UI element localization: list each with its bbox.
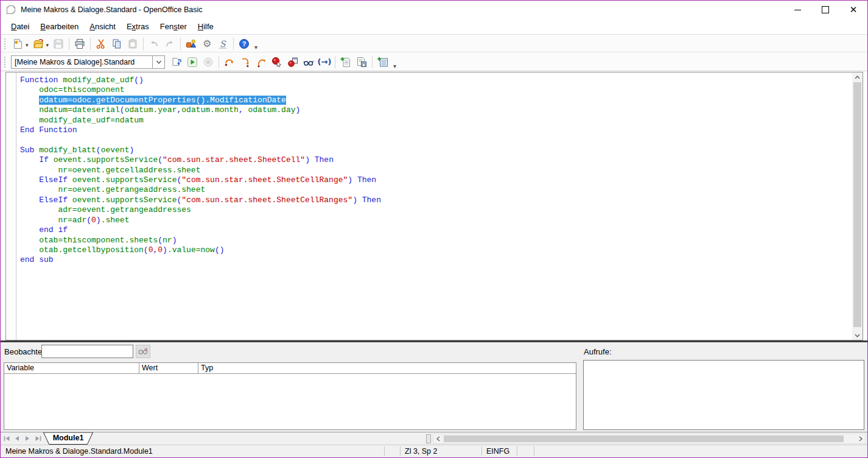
library-combobox[interactable]: [Meine Makros & Dialoge].Standard [11,55,165,69]
panel-divider[interactable] [578,342,579,432]
help-button[interactable]: ? [237,37,251,51]
maximize-icon [822,6,829,13]
code-area[interactable]: Function modify_date_udf() odoc=thiscomp… [16,72,852,340]
stop-button[interactable] [201,55,215,69]
paste-button[interactable] [125,37,140,51]
previous-tab-button[interactable] [12,434,22,443]
toggle-breakpoint-button[interactable] [270,55,284,69]
enable-watch-button[interactable] [301,55,316,69]
tab-module1[interactable]: Module1 [43,432,93,445]
manage-breakpoints-icon [287,57,298,68]
code-line[interactable]: ElseIf oevent.supportsService("com.sun.s… [20,196,852,205]
code-line[interactable]: ndatum=dateserial(odatum.year,odatum.mon… [20,105,852,115]
step-over-button[interactable] [222,55,237,69]
insert-module-button[interactable] [376,55,390,69]
insert-source-text-button[interactable] [338,55,353,69]
vertical-scroll-thumb[interactable] [853,82,861,327]
run-button[interactable] [185,55,200,69]
macros-button[interactable]: S [215,37,230,51]
toolbar-separator [335,56,335,68]
watch-column-variable[interactable]: Variable [4,363,139,373]
redo-button[interactable] [163,37,177,51]
scroll-down-button[interactable] [852,331,863,340]
new-document-button[interactable] [10,37,25,51]
code-line[interactable]: End Function [20,125,852,135]
library-combobox-value[interactable]: [Meine Makros & Dialoge].Standard [11,55,152,69]
step-out-button[interactable] [254,55,268,69]
options-button[interactable]: ⚙ [200,37,214,51]
undo-button[interactable] [147,37,161,51]
step-into-button[interactable] [238,55,253,69]
remove-watch-button[interactable] [136,345,150,358]
toolbar-grip[interactable] [4,38,7,49]
code-line[interactable]: end if [20,225,852,235]
toolbar-overflow-button[interactable]: ▾ [254,44,257,52]
watch-table-header[interactable]: VariableWertTyp [4,363,576,374]
save-source-button[interactable] [354,55,369,69]
code-line[interactable]: end sub [20,255,852,265]
code-line[interactable]: adr=oevent.getrangeaddresses [20,205,852,215]
redo-icon [164,38,175,49]
code-line[interactable]: odatum=odoc.getDocumentProperties().Modi… [20,96,852,105]
code-line[interactable]: Function modify_date_udf() [20,76,852,85]
open-button[interactable] [31,37,46,51]
split-handle[interactable] [426,434,431,443]
print-button[interactable] [72,37,87,51]
menu-datei[interactable]: Datei [5,20,35,33]
copy-button[interactable] [110,37,124,51]
new-document-dropdown[interactable]: ▾ [26,42,29,48]
manage-breakpoints-button[interactable] [285,55,300,69]
open-dropdown[interactable]: ▾ [46,42,49,48]
close-button[interactable]: ✕ [839,1,867,19]
menu-hilfe[interactable]: Hilfe [192,20,219,33]
code-line[interactable]: nr=oevent.getrangeaddress.sheet [20,185,852,195]
breakpoint-gutter[interactable] [6,72,16,340]
watch-column-typ[interactable]: Typ [198,363,576,373]
horizontal-scroll-thumb[interactable] [444,435,844,442]
calls-label: Aufrufe: [584,347,612,356]
scroll-right-button[interactable] [856,434,866,443]
menu-extras[interactable]: Extras [121,20,155,33]
scroll-up-button[interactable] [852,72,863,82]
watch-table[interactable]: VariableWertTyp [4,362,576,430]
code-line[interactable]: modify_date_udf=ndatum [20,116,852,125]
scroll-left-button[interactable] [433,434,443,443]
toolbar-separator [233,38,234,50]
status-insert-mode[interactable]: EINFG [486,447,509,456]
code-line[interactable]: If oevent.supportsService("com.sun.star.… [20,155,852,165]
library-combobox-arrow[interactable] [152,55,165,69]
watch-input[interactable] [41,345,133,358]
horizontal-scrollbar[interactable] [433,434,866,444]
code-line[interactable]: otab=thiscomponent.sheets(nr) [20,236,852,245]
code-line[interactable]: nr=oevent.getcelladdress.sheet [20,166,852,175]
toolbar-overflow-button[interactable]: ▾ [393,63,396,71]
cut-button[interactable] [94,37,108,51]
stop-icon [203,57,214,68]
last-tab-button[interactable] [33,434,43,443]
find-parentheses-button[interactable]: (→) [317,55,332,69]
toolbar-grip[interactable] [4,57,7,68]
code-line[interactable] [20,135,852,145]
code-line[interactable]: nr=adr(0).sheet [20,216,852,225]
code-line[interactable]: otab.getcellbyposition(0,0).value=now() [20,245,852,255]
code-line[interactable]: odoc=thiscomponent [20,85,852,95]
maximize-button[interactable] [811,1,839,19]
last-tab-icon [35,435,41,442]
next-tab-button[interactable] [23,434,32,443]
code-line[interactable]: Sub modify_blatt(oevent) [20,146,852,155]
save-button[interactable] [51,37,66,51]
call-stack-list[interactable] [583,360,864,430]
minimize-button[interactable] [783,1,811,19]
first-tab-button[interactable] [2,434,12,443]
compile-button[interactable] [169,55,184,69]
vertical-scrollbar[interactable] [852,72,863,340]
gallery-button[interactable] [184,37,198,51]
menu-bearbeiten[interactable]: Bearbeiten [35,20,84,33]
code-line[interactable]: ElseIf oevent.supportsService("com.sun.s… [20,175,852,185]
menu-fenster[interactable]: Fenster [155,20,192,33]
tab-navigation [2,434,43,443]
macro-toolbar: [Meine Makros & Dialoge].Standard [1,53,867,71]
watch-column-wert[interactable]: Wert [139,363,198,373]
menu-ansicht[interactable]: Ansicht [84,20,121,33]
code-editor[interactable]: Function modify_date_udf() odoc=thiscomp… [5,72,863,340]
